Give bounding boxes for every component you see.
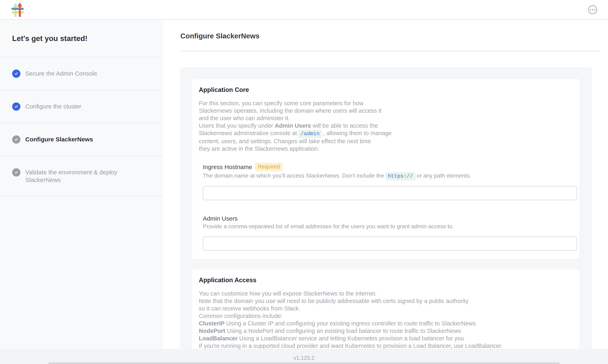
- setup-steps-sidebar: Let's get you started! Secure the Admin …: [0, 20, 163, 349]
- check-icon: [12, 168, 20, 177]
- config-content: Configure SlackerNews Application Core F…: [163, 20, 608, 349]
- version-label: v1.125.2: [0, 355, 608, 361]
- slackernews-logo-icon: [11, 2, 24, 18]
- step-label: Validate the environment & deploy Slacke…: [25, 168, 138, 184]
- admin-users-input[interactable]: [203, 236, 577, 251]
- title-divider: [180, 51, 601, 51]
- https-code-chip: https://: [385, 172, 415, 180]
- check-icon: [12, 69, 20, 78]
- ingress-hostname-label: Ingress HostnameRequired: [203, 163, 575, 171]
- step-label: Configure SlackerNews: [25, 135, 93, 143]
- card-heading: Application Core: [199, 86, 575, 93]
- ellipsis-more-icon: [590, 9, 591, 10]
- sidebar-step-validate-deploy[interactable]: Validate the environment & deploy Slacke…: [0, 156, 163, 196]
- config-panel: Application Core For this section, you c…: [180, 67, 592, 349]
- application-access-card: Application Access You can customize how…: [192, 269, 580, 349]
- admin-path-code-chip: /admin: [298, 130, 322, 138]
- top-bar: [0, 0, 608, 20]
- card-description: You can customize how you will expose Sl…: [199, 290, 575, 349]
- ingress-hostname-help: The domain name at which you'll access S…: [203, 172, 575, 179]
- app-window: Let's get you started! Secure the Admin …: [0, 0, 608, 364]
- check-icon: [12, 103, 20, 111]
- admin-users-label: Admin Users: [203, 215, 575, 222]
- more-options-button[interactable]: [588, 5, 597, 14]
- step-label: Secure the Admin Console: [25, 69, 97, 77]
- admin-users-field: Admin Users Provide a comma-separated li…: [203, 215, 575, 251]
- required-badge: Required: [255, 163, 283, 171]
- sidebar-step-secure-admin-console[interactable]: Secure the Admin Console: [0, 57, 163, 90]
- sidebar-title: Let's get you started!: [0, 20, 163, 57]
- sidebar-step-configure-cluster[interactable]: Configure the cluster: [0, 90, 163, 123]
- card-heading: Application Access: [199, 276, 575, 284]
- card-description: For this section, you can specify some c…: [199, 100, 575, 153]
- step-label: Configure the cluster: [25, 103, 81, 110]
- page-title: Configure SlackerNews: [180, 32, 260, 40]
- bottom-shadow: [49, 361, 559, 364]
- ingress-hostname-input[interactable]: [203, 186, 577, 200]
- ingress-hostname-field: Ingress HostnameRequired The domain name…: [203, 163, 575, 200]
- check-icon: [12, 135, 20, 144]
- application-core-card: Application Core For this section, you c…: [192, 79, 580, 259]
- sidebar-step-configure-slackernews[interactable]: Configure SlackerNews: [0, 123, 163, 156]
- ellipsis-more-icon: [594, 9, 595, 10]
- admin-users-help: Provide a comma-separated list of email …: [203, 223, 575, 230]
- ellipsis-more-icon: [592, 9, 593, 10]
